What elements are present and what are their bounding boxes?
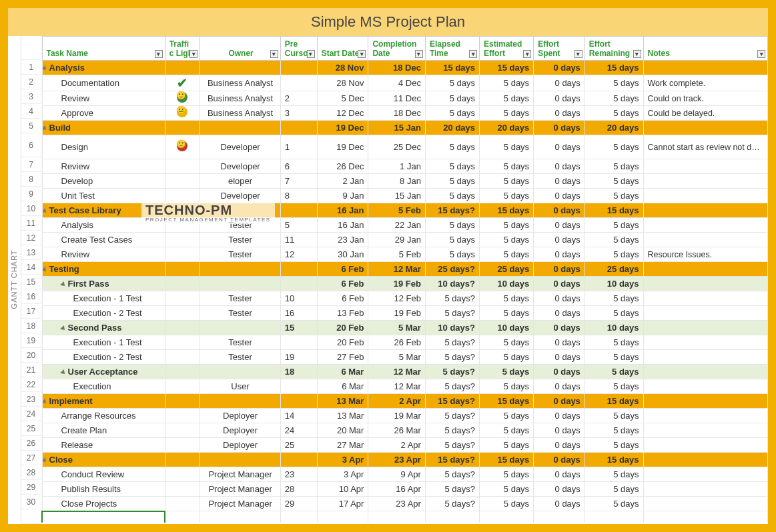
cell-estimated-effort[interactable]: 5 days <box>480 218 534 233</box>
table-row-empty[interactable] <box>42 511 768 523</box>
cell-elapsed-time[interactable]: 5 days <box>425 106 479 121</box>
cell-effort-spent[interactable]: 0 days <box>534 291 585 306</box>
expand-collapse-icon[interactable] <box>42 399 47 405</box>
cell-owner[interactable]: Project Manager <box>200 497 281 511</box>
cell-task-name[interactable]: Unit Test <box>42 189 165 203</box>
cell-start-date[interactable]: 3 Apr <box>317 453 368 467</box>
row-number[interactable]: 3 <box>21 89 41 104</box>
cell-effort-spent[interactable]: 0 days <box>534 159 585 174</box>
cell-notes[interactable] <box>643 159 767 174</box>
cell-notes[interactable] <box>643 306 767 321</box>
cell-start-date[interactable]: 6 Mar <box>317 365 368 379</box>
row-number[interactable]: 2 <box>21 75 41 89</box>
cell-completion-date[interactable]: 15 Jan <box>368 121 426 135</box>
cell-effort-spent[interactable]: 0 days <box>534 91 585 106</box>
cell-completion-date[interactable]: 9 Apr <box>368 467 426 482</box>
cell-pre-cursor[interactable]: 25 <box>280 438 317 453</box>
cell-estimated-effort[interactable]: 5 days <box>480 379 534 394</box>
cell-owner[interactable]: Business Analyst <box>200 91 281 106</box>
cell-task-name[interactable]: Close <box>42 453 165 467</box>
filter-dropdown-icon[interactable]: ▾ <box>757 50 765 58</box>
cell-owner[interactable]: Deployer <box>200 423 281 438</box>
cell-task-name[interactable]: First Pass <box>42 277 165 291</box>
cell-effort-spent[interactable]: 0 days <box>534 350 585 365</box>
table-row[interactable]: Execution - 2 TestTester1927 Feb5 Mar5 d… <box>42 350 768 365</box>
cell-owner[interactable] <box>200 453 281 467</box>
cell-effort-spent[interactable]: 0 days <box>534 467 585 482</box>
cell-notes[interactable] <box>643 233 767 247</box>
cell-estimated-effort[interactable]: 5 days <box>480 497 534 511</box>
filter-dropdown-icon[interactable]: ▾ <box>189 50 198 58</box>
cell-owner[interactable] <box>200 203 281 218</box>
cell-owner[interactable]: Business Analyst <box>200 106 281 121</box>
filter-dropdown-icon[interactable]: ▾ <box>155 50 163 58</box>
cell-effort-spent[interactable]: 0 days <box>534 365 585 379</box>
cell-effort-remaining[interactable]: 5 days <box>585 91 643 106</box>
cell-effort-remaining[interactable]: 5 days <box>585 218 643 233</box>
cell-elapsed-time[interactable]: 5 days? <box>425 409 479 423</box>
cell-effort-spent[interactable]: 0 days <box>534 379 585 394</box>
table-row[interactable]: Create PlanDeployer2420 Mar26 Mar5 days?… <box>42 423 768 438</box>
cell-elapsed-time[interactable]: 5 days? <box>425 379 479 394</box>
cell-traffic-light[interactable] <box>165 262 200 277</box>
cell-effort-spent[interactable]: 0 days <box>534 121 585 135</box>
cell-task-name[interactable]: Execution - 1 Test <box>42 291 165 306</box>
cell-effort-remaining[interactable]: 5 days <box>585 233 643 247</box>
row-number[interactable]: 21 <box>21 363 41 377</box>
cell-effort-spent[interactable]: 0 days <box>534 497 585 511</box>
cell-owner[interactable]: Deployer <box>200 409 281 423</box>
cell-estimated-effort[interactable]: 5 days <box>480 409 534 423</box>
cell-pre-cursor[interactable] <box>280 394 317 409</box>
cell-task-name[interactable]: Execution - 1 Test <box>42 335 165 350</box>
table-row[interactable]: Close ProjectsProject Manager2917 Apr23 … <box>42 497 768 511</box>
cell-completion-date[interactable]: 8 Jan <box>368 174 426 189</box>
cell-effort-remaining[interactable]: 10 days <box>585 277 643 291</box>
expand-collapse-icon[interactable] <box>42 457 47 464</box>
cell-pre-cursor[interactable]: 3 <box>280 106 317 121</box>
cell-effort-remaining[interactable]: 5 days <box>585 379 643 394</box>
col-task-name[interactable]: Task Name▾ <box>42 37 165 61</box>
expand-collapse-icon[interactable] <box>42 65 47 72</box>
filter-dropdown-icon[interactable]: ▾ <box>574 50 583 58</box>
cell-elapsed-time[interactable]: 5 days <box>425 247 479 262</box>
cell-notes[interactable]: Resource Issues. <box>643 247 767 262</box>
cell-estimated-effort[interactable]: 5 days <box>480 91 534 106</box>
cell-pre-cursor[interactable]: 19 <box>280 350 317 365</box>
cell-start-date[interactable]: 6 Mar <box>317 379 368 394</box>
cell-traffic-light[interactable] <box>165 409 200 423</box>
cell-effort-spent[interactable]: 0 days <box>534 233 585 247</box>
cell-notes[interactable] <box>643 482 767 497</box>
cell-task-name[interactable]: Implement <box>42 394 165 409</box>
col-estimated-effort[interactable]: Estimated Effort▾ <box>480 37 534 61</box>
cell-notes[interactable] <box>643 497 767 511</box>
row-number[interactable]: 4 <box>21 104 41 119</box>
expand-collapse-icon[interactable] <box>60 369 67 376</box>
filter-dropdown-icon[interactable]: ▾ <box>633 50 641 58</box>
cell-effort-remaining[interactable]: 5 days <box>585 306 643 321</box>
cell-start-date[interactable]: 5 Dec <box>317 91 368 106</box>
cell-start-date[interactable]: 20 Mar <box>317 423 368 438</box>
cell-completion-date[interactable]: 5 Feb <box>368 247 426 262</box>
cell-effort-remaining[interactable]: 5 days <box>585 350 643 365</box>
filter-dropdown-icon[interactable]: ▾ <box>358 50 366 58</box>
expand-collapse-icon[interactable] <box>42 267 47 273</box>
cell-completion-date[interactable]: 19 Feb <box>368 277 426 291</box>
cell-traffic-light[interactable] <box>165 189 200 203</box>
cell-owner[interactable]: Project Manager <box>200 467 281 482</box>
cell-start-date[interactable]: 2 Jan <box>317 174 368 189</box>
row-number[interactable]: 5 <box>21 119 41 133</box>
cell-start-date[interactable]: 17 Apr <box>317 497 368 511</box>
cell-task-name[interactable]: Review <box>42 247 165 262</box>
row-number[interactable]: 13 <box>21 245 41 260</box>
cell-effort-spent[interactable]: 0 days <box>534 203 585 218</box>
cell-notes[interactable] <box>643 335 767 350</box>
cell-completion-date[interactable]: 23 Apr <box>368 497 426 511</box>
table-row[interactable]: ReleaseDeployer2527 Mar2 Apr5 days?5 day… <box>42 438 768 453</box>
cell-owner[interactable] <box>200 121 281 135</box>
cell-task-name[interactable]: Analysis <box>42 218 165 233</box>
cell-pre-cursor[interactable] <box>280 277 317 291</box>
cell-elapsed-time[interactable]: 5 days? <box>425 497 479 511</box>
row-number[interactable]: 6 <box>21 133 41 157</box>
cell-owner[interactable] <box>200 394 281 409</box>
cell-traffic-light[interactable] <box>165 61 200 75</box>
